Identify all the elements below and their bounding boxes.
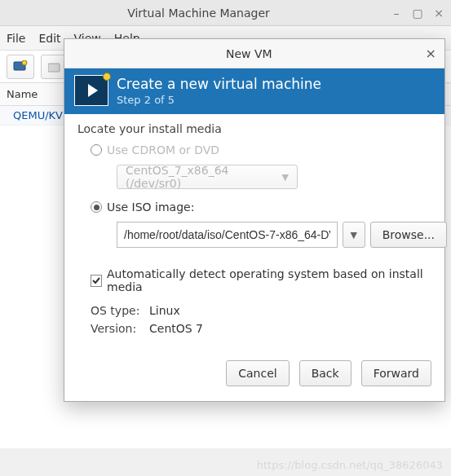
svg-rect-2 <box>48 64 60 72</box>
chevron-down-icon: ▼ <box>350 230 356 240</box>
main-titlebar: Virtual Machine Manager – ▢ × <box>0 0 451 26</box>
locate-media-label: Locate your install media <box>77 122 431 135</box>
watermark: https://blog.csdn.net/qq_38626043 <box>257 459 443 471</box>
check-icon <box>91 275 101 285</box>
vm-header-icon <box>74 75 108 106</box>
dialog-step: Step 2 of 5 <box>117 94 321 106</box>
os-type-label: OS type: <box>91 304 143 317</box>
close-icon[interactable]: × <box>433 7 444 20</box>
option-iso-row[interactable]: Use ISO image: <box>77 197 431 217</box>
cancel-button[interactable]: Cancel <box>226 360 289 386</box>
dialog-header: Create a new virtual machine Step 2 of 5 <box>64 68 444 114</box>
folder-icon <box>48 61 61 73</box>
autodetect-label: Automatically detect operating system ba… <box>107 267 431 293</box>
os-version-row: Version: CentOS 7 <box>91 320 431 337</box>
os-type-value: Linux <box>149 304 180 317</box>
iso-history-dropdown[interactable]: ▼ <box>343 222 365 248</box>
autodetect-row[interactable]: Automatically detect operating system ba… <box>91 267 431 293</box>
dialog-titlebar: New VM × <box>64 39 444 68</box>
minimize-icon[interactable]: – <box>391 7 402 20</box>
dialog-close-icon[interactable]: × <box>426 46 436 61</box>
forward-button[interactable]: Forward <box>361 360 431 386</box>
option-cdrom-row[interactable]: Use CDROM or DVD <box>77 140 431 160</box>
autodetect-checkbox[interactable] <box>91 275 102 287</box>
back-button[interactable]: Back <box>299 360 352 386</box>
radio-iso[interactable] <box>91 201 102 213</box>
cdrom-combo: CentOS_7_x86_64 (/dev/sr0) ▼ <box>117 165 298 189</box>
menu-edit[interactable]: Edit <box>38 32 60 45</box>
option-cdrom-label: Use CDROM or DVD <box>107 143 219 156</box>
option-iso-label: Use ISO image: <box>107 201 194 214</box>
cdrom-combo-value: CentOS_7_x86_64 (/dev/sr0) <box>126 164 282 190</box>
monitor-icon <box>13 60 28 73</box>
chevron-down-icon: ▼ <box>282 172 289 183</box>
dialog-title: New VM <box>73 47 426 60</box>
os-type-row: OS type: Linux <box>91 302 431 320</box>
dialog-button-bar: Cancel Back Forward <box>64 349 444 401</box>
menu-file[interactable]: File <box>7 32 25 45</box>
new-vm-dialog: New VM × Create a new virtual machine St… <box>64 38 445 402</box>
maximize-icon[interactable]: ▢ <box>412 7 423 20</box>
dialog-body: Locate your install media Use CDROM or D… <box>64 114 444 349</box>
column-name[interactable]: Name <box>7 88 38 100</box>
new-vm-button[interactable] <box>7 55 34 79</box>
browse-button[interactable]: Browse... <box>370 222 447 248</box>
version-label: Version: <box>91 322 143 335</box>
window-title: Virtual Machine Manager <box>7 7 391 20</box>
dialog-heading: Create a new virtual machine <box>117 76 321 92</box>
radio-cdrom[interactable] <box>91 144 102 156</box>
version-value: CentOS 7 <box>149 322 203 335</box>
svg-point-1 <box>22 60 27 65</box>
iso-path-input[interactable] <box>117 222 338 248</box>
